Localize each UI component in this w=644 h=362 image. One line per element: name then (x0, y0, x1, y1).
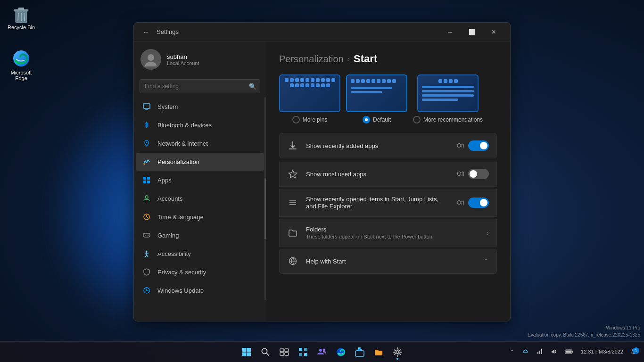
taskbar-explorer-button[interactable] (370, 344, 387, 361)
sidebar-item-gaming[interactable]: Gaming (136, 226, 264, 244)
window-controls: ─ ⬜ ✕ (439, 23, 504, 41)
layout-preview-inner (280, 75, 339, 111)
date-display: 3/8/2022 (603, 348, 623, 355)
sidebar-item-privacy[interactable]: Privacy & security (136, 263, 264, 281)
taskbar-settings-button[interactable] (389, 344, 406, 361)
desktop-icon-edge[interactable]: Microsoft Edge (4, 47, 39, 83)
edge-label: Microsoft Edge (6, 70, 37, 81)
search-icon (261, 347, 270, 357)
system-icon (142, 102, 151, 111)
svg-rect-47 (299, 348, 302, 351)
back-button[interactable]: ← (140, 25, 153, 39)
taskbar-search-button[interactable] (257, 344, 274, 361)
sidebar-item-time[interactable]: Time & language (136, 208, 264, 226)
sidebar-item-accounts[interactable]: Accounts (136, 189, 264, 207)
dot (316, 78, 320, 82)
line (422, 86, 474, 88)
recently-opened-toggle[interactable] (468, 197, 489, 208)
tray-volume[interactable] (548, 346, 560, 357)
minimize-button[interactable]: ─ (439, 23, 461, 41)
edge-taskbar-icon (336, 347, 346, 357)
search-icon[interactable]: 🔍 (249, 83, 256, 90)
accounts-icon (142, 194, 151, 203)
taskbar-task-view-button[interactable] (276, 344, 293, 361)
setting-help-start[interactable]: Help with Start ⌃ (279, 248, 497, 274)
sidebar-item-accessibility[interactable]: Accessibility (136, 245, 264, 263)
onedrive-icon (521, 349, 529, 354)
sidebar-item-system[interactable]: System (136, 98, 264, 115)
breadcrumb-section: Personalization (279, 54, 344, 65)
line (422, 90, 474, 92)
tray-onedrive[interactable] (519, 347, 532, 356)
sidebar-item-network[interactable]: Network & internet (136, 134, 264, 152)
dot (331, 78, 335, 82)
desktop-icon-recycle-bin[interactable]: Recycle Bin (4, 4, 39, 32)
line (422, 94, 474, 97)
edge-icon (12, 49, 31, 68)
list-icon (287, 197, 298, 208)
windows-update-label: Windows Update (157, 287, 204, 294)
recently-opened-label: On (457, 199, 464, 206)
folders-control: › (487, 229, 489, 237)
dot (285, 78, 289, 82)
recycle-bin-icon (12, 6, 31, 25)
most-used-toggle[interactable] (468, 169, 489, 179)
tray-chevron[interactable]: ⌃ (507, 347, 517, 357)
breadcrumb-chevron: › (347, 55, 350, 63)
svg-point-8 (145, 62, 157, 66)
maximize-button[interactable]: ⬜ (461, 23, 483, 41)
svg-point-7 (148, 54, 154, 61)
layout-option-more-pins[interactable]: More pins (279, 74, 340, 123)
sidebar-item-bluetooth[interactable]: Bluetooth & devices (136, 116, 264, 134)
accessibility-icon (142, 249, 151, 258)
tray-network[interactable] (534, 346, 546, 357)
layout-preview-more-recs (417, 74, 479, 112)
sidebar-item-apps[interactable]: Apps (136, 171, 264, 189)
user-info: subhan Local Account (167, 53, 199, 66)
search-input[interactable] (140, 79, 260, 93)
time-icon (142, 213, 151, 221)
close-button[interactable]: ✕ (483, 23, 504, 41)
settings-window: ← Settings ─ ⬜ ✕ (133, 22, 511, 321)
windows-update-icon (142, 286, 151, 295)
star-icon (287, 168, 298, 180)
user-profile[interactable]: subhan Local Account (134, 41, 266, 77)
svg-rect-65 (566, 351, 571, 353)
notification-button[interactable]: 1 (628, 346, 640, 357)
svg-rect-49 (299, 353, 302, 356)
taskbar-edge-button[interactable] (332, 344, 349, 361)
layout-option-more-recommendations[interactable]: More recommendations (413, 74, 483, 123)
tray-battery[interactable] (562, 347, 576, 356)
dot (305, 83, 309, 87)
svg-rect-57 (358, 349, 360, 350)
svg-point-11 (146, 142, 148, 143)
taskbar-widgets-button[interactable] (295, 344, 312, 361)
layout-option-default[interactable]: Default (346, 74, 407, 123)
battery-icon (565, 349, 573, 354)
dot (356, 79, 360, 83)
svg-rect-44 (285, 349, 289, 352)
taskbar-center (238, 344, 406, 361)
svg-rect-13 (143, 177, 146, 180)
taskbar-store-button[interactable] (351, 344, 368, 361)
settings-body: subhan Local Account 🔍 (134, 41, 510, 321)
svg-rect-62 (541, 349, 542, 354)
recently-added-toggle[interactable] (468, 140, 489, 151)
task-view-icon (280, 347, 289, 357)
window-title: Settings (157, 28, 179, 35)
sidebar-item-windows-update[interactable]: Windows Update (136, 281, 264, 299)
toggle-thumb (480, 142, 487, 149)
layout-label-more-recs: More recommendations (413, 116, 483, 123)
sidebar-item-personalization[interactable]: Personalization (136, 153, 264, 171)
recently-added-label: On (457, 142, 464, 149)
personalization-label: Personalization (157, 158, 199, 165)
default-text: Default (373, 116, 391, 123)
dot (326, 83, 330, 87)
personalization-icon (142, 157, 151, 166)
taskbar-start-button[interactable] (238, 344, 255, 361)
setting-folders[interactable]: Folders These folders appear on Start ne… (279, 219, 497, 247)
taskbar-teams-button[interactable] (314, 344, 330, 361)
clock[interactable]: 12:31 PM 3/8/2022 (578, 346, 626, 357)
chevron-up-icon: ⌃ (483, 257, 489, 265)
dot (361, 79, 365, 83)
